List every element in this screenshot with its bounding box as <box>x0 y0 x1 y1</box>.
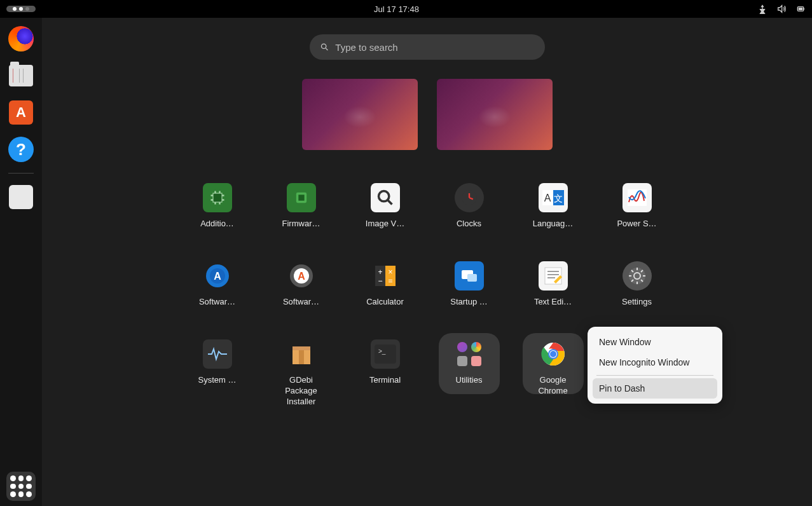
app-firmware-updater[interactable]: Firmwar… <box>259 183 343 229</box>
dock-files[interactable] <box>6 61 36 90</box>
top-bar: Jul 17 17:48 <box>0 0 812 18</box>
chrome-icon <box>539 339 568 369</box>
dock-software[interactable]: A <box>6 98 36 127</box>
power-stats-icon <box>623 183 652 212</box>
language-icon: A文 <box>539 183 568 212</box>
app-calculator[interactable]: +−×= Calculator <box>343 261 427 308</box>
svg-text:文: 文 <box>554 193 563 203</box>
software-updater-icon: A <box>287 261 316 291</box>
svg-rect-1 <box>804 8 804 10</box>
topbar-left <box>6 6 36 12</box>
startup-apps-icon <box>455 261 484 291</box>
search-input[interactable] <box>335 42 534 53</box>
terminal-icon: >_ <box>371 339 400 369</box>
svg-text:−: − <box>378 277 382 285</box>
app-software-updater[interactable]: A Softwar… <box>259 261 343 308</box>
help-icon: ? <box>8 137 34 162</box>
svg-text:A: A <box>544 193 551 203</box>
software-properties-icon: A <box>203 261 232 291</box>
package-icon <box>287 339 316 369</box>
dock-trash[interactable]: ♻ <box>6 182 36 212</box>
svg-point-3 <box>321 44 326 48</box>
app-label: Startup … <box>450 297 488 308</box>
app-label: Firmwar… <box>282 219 320 229</box>
network-icon <box>757 4 767 14</box>
svg-rect-7 <box>298 195 304 200</box>
svg-rect-31 <box>467 274 477 282</box>
firmware-icon <box>287 183 316 212</box>
firefox-icon <box>8 26 34 51</box>
svg-text:+: + <box>378 268 382 277</box>
app-label: GDebi Package Installer <box>273 375 330 407</box>
svg-text:×: × <box>388 268 392 277</box>
app-label: Softwar… <box>199 297 235 308</box>
svg-line-9 <box>387 200 392 205</box>
system-monitor-icon <box>203 339 232 369</box>
app-software-updates[interactable]: A Softwar… <box>175 261 259 308</box>
chip-icon <box>203 183 232 212</box>
app-google-chrome[interactable]: Google Chrome <box>511 339 595 407</box>
apps-grid-icon <box>10 475 32 497</box>
system-status-area[interactable] <box>757 4 806 14</box>
context-menu: New Window New Incognito Window Pin to D… <box>588 327 722 404</box>
svg-text:>_: >_ <box>378 348 386 355</box>
app-text-editor[interactable]: Text Edi… <box>511 261 595 308</box>
image-viewer-icon <box>371 183 400 212</box>
show-applications-button[interactable] <box>6 472 36 501</box>
context-new-window[interactable]: New Window <box>593 332 717 352</box>
app-settings[interactable]: Settings <box>595 261 679 308</box>
context-new-incognito-window[interactable]: New Incognito Window <box>593 352 717 373</box>
app-label: Additio… <box>200 219 234 229</box>
app-image-viewer[interactable]: Image V… <box>343 183 427 229</box>
app-label: Utilities <box>456 375 483 386</box>
battery-icon <box>795 4 806 14</box>
app-terminal[interactable]: >_ Terminal <box>343 339 427 407</box>
context-separator <box>596 375 713 376</box>
app-language-support[interactable]: A文 Languag… <box>511 183 595 229</box>
clock[interactable]: Jul 17 17:48 <box>374 4 419 14</box>
workspace-1[interactable] <box>302 79 418 150</box>
dock-separator <box>8 173 34 174</box>
app-gdebi[interactable]: GDebi Package Installer <box>259 339 343 407</box>
app-label: System … <box>198 375 237 386</box>
svg-text:A: A <box>214 271 221 282</box>
workspace-switcher <box>302 79 553 150</box>
settings-icon <box>623 261 652 291</box>
svg-point-8 <box>378 191 389 202</box>
app-label: Terminal <box>369 375 401 386</box>
app-label: Clocks <box>457 219 481 229</box>
svg-text:=: = <box>388 277 392 285</box>
volume-icon <box>776 4 787 14</box>
app-clocks[interactable]: Clocks <box>427 183 511 229</box>
app-label: Calculator <box>366 297 404 308</box>
dock-firefox[interactable] <box>6 24 36 53</box>
utilities-folder-icon <box>455 339 484 369</box>
files-icon <box>9 65 33 86</box>
app-startup-applications[interactable]: Startup … <box>427 261 511 308</box>
app-label: Settings <box>622 297 652 308</box>
search-icon <box>320 42 329 52</box>
svg-rect-32 <box>545 268 561 284</box>
software-store-icon: A <box>9 100 33 125</box>
workspace-2[interactable] <box>437 79 553 150</box>
app-folder-utilities[interactable]: Utilities <box>427 339 511 407</box>
activities-indicator[interactable] <box>6 6 36 12</box>
app-system-monitor[interactable]: System … <box>175 339 259 407</box>
app-label: Languag… <box>533 219 574 229</box>
app-label: Softwar… <box>283 297 319 308</box>
context-pin-to-dash[interactable]: Pin to Dash <box>593 378 717 399</box>
clock-icon <box>455 183 484 212</box>
app-label: Power S… <box>617 219 656 229</box>
search-bar[interactable] <box>310 34 545 60</box>
app-label: Text Edi… <box>534 297 572 308</box>
app-power-statistics[interactable]: Power S… <box>595 183 679 229</box>
svg-rect-49 <box>292 346 310 350</box>
svg-line-4 <box>326 48 327 50</box>
dock-help[interactable]: ? <box>6 135 36 164</box>
text-editor-icon <box>539 261 568 291</box>
app-label: Image V… <box>366 219 404 229</box>
calculator-icon: +−×= <box>371 261 400 291</box>
svg-point-55 <box>550 351 556 357</box>
trash-icon: ♻ <box>9 185 33 209</box>
app-additional-drivers[interactable]: Additio… <box>175 183 259 229</box>
